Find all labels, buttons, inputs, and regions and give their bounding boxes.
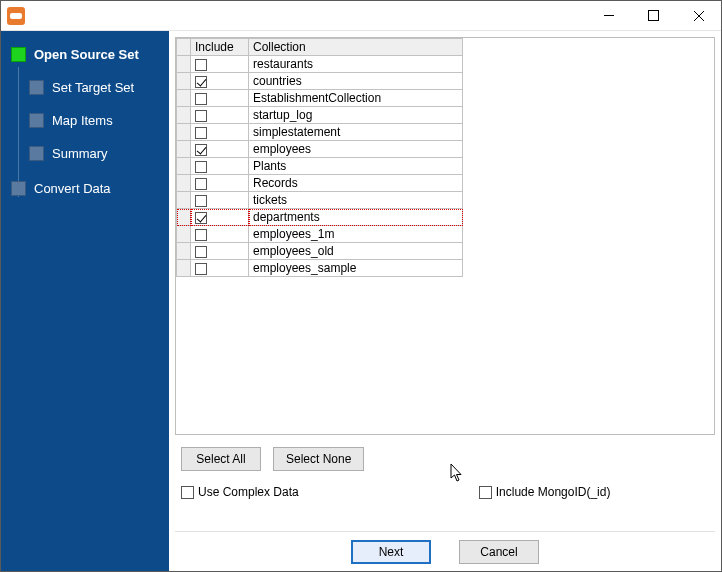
table-row[interactable]: employees_1m (177, 226, 463, 243)
table-row[interactable]: Records (177, 175, 463, 192)
include-checkbox[interactable] (195, 195, 207, 207)
table-row[interactable]: EstablishmentCollection (177, 90, 463, 107)
row-header-cell[interactable] (177, 175, 191, 192)
include-cell[interactable] (191, 192, 249, 209)
table-row[interactable]: employees_old (177, 243, 463, 260)
row-header-cell[interactable] (177, 124, 191, 141)
include-checkbox[interactable] (195, 127, 207, 139)
row-header-blank (177, 39, 191, 56)
column-header-collection[interactable]: Collection (249, 39, 463, 56)
window-titlebar (1, 1, 721, 31)
table-row[interactable]: countries (177, 73, 463, 90)
step-marker-icon (11, 181, 26, 196)
collection-name-cell[interactable]: Plants (249, 158, 463, 175)
include-checkbox[interactable] (195, 161, 207, 173)
row-header-cell[interactable] (177, 56, 191, 73)
collection-name-cell[interactable]: simplestatement (249, 124, 463, 141)
include-cell[interactable] (191, 124, 249, 141)
collections-table-wrap: Include Collection restaurantscountriesE… (175, 37, 715, 435)
row-header-cell[interactable] (177, 73, 191, 90)
table-row[interactable]: tickets (177, 192, 463, 209)
collection-name-cell[interactable]: employees (249, 141, 463, 158)
use-complex-data-checkbox[interactable]: Use Complex Data (181, 485, 299, 499)
column-header-include[interactable]: Include (191, 39, 249, 56)
window-minimize-button[interactable] (586, 1, 631, 31)
collection-name-cell[interactable]: restaurants (249, 56, 463, 73)
step-marker-icon (29, 80, 44, 95)
row-header-cell[interactable] (177, 260, 191, 277)
include-checkbox[interactable] (195, 93, 207, 105)
wizard-nav-row: Next Cancel (175, 531, 715, 566)
collection-name-cell[interactable]: EstablishmentCollection (249, 90, 463, 107)
table-row[interactable]: Plants (177, 158, 463, 175)
collection-name-cell[interactable]: employees_old (249, 243, 463, 260)
include-checkbox[interactable] (195, 144, 207, 156)
row-header-cell[interactable] (177, 209, 191, 226)
collection-name-cell[interactable]: employees_sample (249, 260, 463, 277)
row-header-cell[interactable] (177, 158, 191, 175)
step-label: Summary (52, 146, 108, 161)
collection-name-cell[interactable]: tickets (249, 192, 463, 209)
wizard-step-open-source-set[interactable]: Open Source Set (1, 43, 169, 66)
include-cell[interactable] (191, 175, 249, 192)
use-complex-data-label: Use Complex Data (198, 485, 299, 499)
cancel-button[interactable]: Cancel (459, 540, 539, 564)
include-checkbox[interactable] (195, 246, 207, 258)
include-cell[interactable] (191, 226, 249, 243)
include-checkbox[interactable] (195, 178, 207, 190)
collection-name-cell[interactable]: startup_log (249, 107, 463, 124)
collection-name-cell[interactable]: Records (249, 175, 463, 192)
table-row[interactable]: employees_sample (177, 260, 463, 277)
table-row[interactable]: startup_log (177, 107, 463, 124)
window-close-button[interactable] (676, 1, 721, 31)
table-row[interactable]: departments (177, 209, 463, 226)
collections-table: Include Collection restaurantscountriesE… (176, 38, 463, 277)
table-row[interactable]: employees (177, 141, 463, 158)
include-cell[interactable] (191, 90, 249, 107)
include-cell[interactable] (191, 107, 249, 124)
include-cell[interactable] (191, 243, 249, 260)
select-all-button[interactable]: Select All (181, 447, 261, 471)
include-checkbox[interactable] (195, 59, 207, 71)
include-cell[interactable] (191, 73, 249, 90)
wizard-step-map-items[interactable]: Map Items (1, 109, 169, 132)
row-header-cell[interactable] (177, 192, 191, 209)
row-header-cell[interactable] (177, 141, 191, 158)
include-mongo-id-label: Include MongoID(_id) (496, 485, 611, 499)
window-maximize-button[interactable] (631, 1, 676, 31)
collection-name-cell[interactable]: departments (249, 209, 463, 226)
collection-name-cell[interactable]: employees_1m (249, 226, 463, 243)
step-marker-icon (29, 146, 44, 161)
content-panel: Include Collection restaurantscountriesE… (169, 31, 721, 572)
table-row[interactable]: restaurants (177, 56, 463, 73)
wizard-step-convert-data[interactable]: Convert Data (1, 177, 169, 200)
include-checkbox[interactable] (195, 229, 207, 241)
include-cell[interactable] (191, 56, 249, 73)
include-cell[interactable] (191, 209, 249, 226)
options-row: Use Complex Data Include MongoID(_id) (175, 481, 715, 513)
include-cell[interactable] (191, 260, 249, 277)
step-label: Convert Data (34, 181, 111, 196)
step-marker-icon (11, 47, 26, 62)
include-cell[interactable] (191, 158, 249, 175)
include-checkbox[interactable] (195, 263, 207, 275)
select-none-button[interactable]: Select None (273, 447, 364, 471)
include-checkbox[interactable] (195, 110, 207, 122)
include-cell[interactable] (191, 141, 249, 158)
step-label: Set Target Set (52, 80, 134, 95)
row-header-cell[interactable] (177, 90, 191, 107)
row-header-cell[interactable] (177, 107, 191, 124)
table-row[interactable]: simplestatement (177, 124, 463, 141)
include-checkbox[interactable] (195, 212, 207, 224)
selection-buttons-row: Select All Select None (175, 443, 715, 481)
wizard-step-summary[interactable]: Summary (1, 142, 169, 165)
next-button[interactable]: Next (351, 540, 431, 564)
row-header-cell[interactable] (177, 243, 191, 260)
include-checkbox[interactable] (195, 76, 207, 88)
row-header-cell[interactable] (177, 226, 191, 243)
include-mongo-id-checkbox[interactable]: Include MongoID(_id) (479, 485, 611, 499)
wizard-step-set-target-set[interactable]: Set Target Set (1, 76, 169, 99)
wizard-sidebar: Open Source SetSet Target SetMap ItemsSu… (1, 31, 169, 572)
collection-name-cell[interactable]: countries (249, 73, 463, 90)
step-label: Open Source Set (34, 47, 139, 62)
